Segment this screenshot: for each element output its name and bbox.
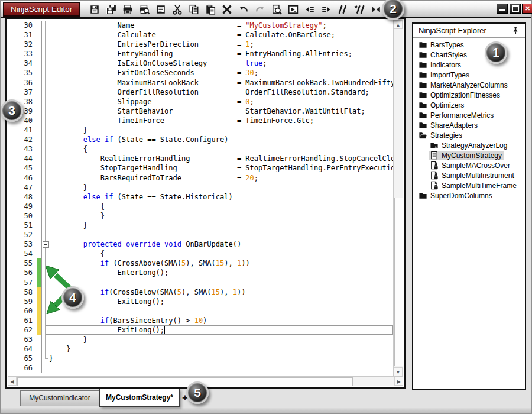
code-line-55[interactable]: 55 if (CrossAbove(SMA(5), SMA(15), 1)) bbox=[8, 258, 393, 268]
editor-tab-mycustomindicator[interactable]: MyCustomIndicator bbox=[20, 390, 99, 406]
change-bar bbox=[37, 202, 41, 211]
code-line-37[interactable]: 37 OrderFillResolution = OrderFillResolu… bbox=[8, 88, 393, 97]
line-number: 56 bbox=[8, 268, 37, 277]
code-line-65[interactable]: 65} bbox=[8, 354, 393, 363]
tree-item-strategyanalyzerlog[interactable]: StrategyAnalyzerLog bbox=[413, 140, 525, 150]
tree-item-samplemacrossover[interactable]: SampleMACrossOver bbox=[413, 160, 525, 170]
editor-tab-mycustomstrategy[interactable]: MyCustomStrategy* bbox=[99, 389, 180, 407]
code-line-60[interactable]: 60 bbox=[8, 306, 393, 316]
code-line-48[interactable]: 48 else if (State == State.Historical) bbox=[8, 192, 393, 202]
code-line-33[interactable]: 33 EntryHandling = EntryHandling.AllEntr… bbox=[8, 49, 393, 59]
scroll-right-icon[interactable]: ▶ bbox=[394, 377, 403, 386]
maximize-button[interactable] bbox=[510, 4, 521, 14]
code-line-57[interactable]: 57 bbox=[8, 278, 393, 287]
tree-item-samplemultiinstrument[interactable]: SampleMultiInstrument bbox=[413, 170, 525, 180]
code-editor[interactable]: 30 Name = "MyCustomStrategy";31 Calculat… bbox=[5, 18, 406, 389]
save-as-button[interactable] bbox=[105, 3, 117, 16]
folder-open-icon bbox=[419, 131, 427, 140]
line-number: 42 bbox=[8, 135, 37, 144]
print-button[interactable] bbox=[121, 3, 134, 16]
code-line-46[interactable]: 46 BarsRequiredToTrade = 20; bbox=[8, 173, 393, 183]
code-line-32[interactable]: 32 EntriesPerDirection = 1; bbox=[8, 40, 393, 49]
find-button[interactable] bbox=[270, 3, 283, 16]
tree-item-label: BarsTypes bbox=[430, 41, 464, 49]
collapse-icon[interactable] bbox=[43, 241, 49, 248]
code-line-44[interactable]: 44 RealtimeErrorHandling = RealtimeError… bbox=[8, 154, 393, 163]
redo-button[interactable] bbox=[254, 3, 266, 16]
fold-margin bbox=[41, 335, 49, 344]
code-line-41[interactable]: 41 } bbox=[8, 125, 393, 135]
run-console-button[interactable] bbox=[287, 3, 299, 16]
code-text: } bbox=[49, 221, 393, 230]
code-line-50[interactable]: 50 } bbox=[8, 211, 393, 221]
code-line-52[interactable]: 52 bbox=[8, 230, 393, 240]
code-line-62[interactable]: 62 ExitLong(); bbox=[8, 325, 393, 335]
tree-item-importtypes[interactable]: ImportTypes bbox=[413, 70, 525, 80]
vertical-scroll-thumb[interactable] bbox=[394, 198, 403, 366]
code-line-63[interactable]: 63 } bbox=[8, 335, 393, 344]
code-line-56[interactable]: 56 EnterLong(); bbox=[8, 268, 393, 277]
code-line-61[interactable]: 61 if(BarsSinceEntry() > 10) bbox=[8, 316, 393, 325]
print-preview-button[interactable] bbox=[138, 3, 150, 16]
code-text: } bbox=[49, 125, 393, 135]
undo-button[interactable] bbox=[237, 3, 249, 16]
comment-button[interactable] bbox=[336, 3, 349, 16]
tree-item-chartstyles[interactable]: ChartStyles bbox=[413, 50, 525, 60]
code-line-49[interactable]: 49 { bbox=[8, 202, 393, 211]
tree-item-optimizationfitnesses[interactable]: OptimizationFitnesses bbox=[413, 90, 525, 100]
paste-button[interactable] bbox=[204, 3, 216, 16]
code-line-66[interactable]: 66 bbox=[8, 363, 393, 373]
tree-item-indicators[interactable]: Indicators bbox=[413, 60, 525, 70]
pin-icon[interactable] bbox=[511, 25, 520, 39]
code-line-42[interactable]: 42 else if (State == State.Configure) bbox=[8, 135, 393, 144]
tree-item-optimizers[interactable]: Optimizers bbox=[413, 100, 525, 110]
tree-item-content: SuperDomColumns bbox=[418, 191, 495, 200]
uncomment-button[interactable] bbox=[353, 3, 365, 16]
code-line-47[interactable]: 47 } bbox=[8, 183, 393, 192]
cut-button[interactable] bbox=[171, 3, 183, 16]
code-line-36[interactable]: 36 MaximumBarsLookBack = MaximumBarsLook… bbox=[8, 78, 393, 88]
tree-item-superdomcolumns[interactable]: SuperDomColumns bbox=[413, 190, 525, 200]
scroll-left-icon[interactable]: ◀ bbox=[8, 377, 17, 386]
close-button[interactable]: ✕ bbox=[522, 4, 532, 14]
compile-button[interactable] bbox=[369, 3, 382, 16]
delete-button[interactable] bbox=[220, 3, 233, 16]
code-line-38[interactable]: 38 Slippage = 0; bbox=[8, 97, 393, 106]
tree-item-shareadapters[interactable]: ShareAdapters bbox=[413, 120, 525, 130]
fold-margin bbox=[41, 144, 49, 154]
copy-button[interactable] bbox=[187, 3, 200, 16]
code-line-43[interactable]: 43 { bbox=[8, 144, 393, 154]
code-line-35[interactable]: 35 ExitOnCloseSeconds = 30; bbox=[8, 68, 393, 77]
scroll-up-icon[interactable]: ▲ bbox=[394, 20, 403, 29]
code-line-40[interactable]: 40 TimeInForce = TimeInForce.Gtc; bbox=[8, 116, 393, 125]
code-line-64[interactable]: 64 } bbox=[8, 344, 393, 354]
vertical-scrollbar[interactable]: ▲ ▼ bbox=[393, 20, 403, 376]
horizontal-scroll-thumb[interactable] bbox=[17, 377, 353, 386]
properties-button[interactable] bbox=[154, 3, 167, 16]
code-line-54[interactable]: 54 { bbox=[8, 249, 393, 258]
tree-item-performancemetrics[interactable]: PerformanceMetrics bbox=[413, 110, 525, 120]
code-line-53[interactable]: 53 protected override void OnBarUpdate() bbox=[8, 240, 393, 249]
change-bar bbox=[37, 335, 41, 344]
indent-button[interactable] bbox=[320, 3, 332, 16]
code-text bbox=[49, 278, 393, 287]
tab-bar: MyCustomIndicatorMyCustomStrategy* + bbox=[1, 389, 531, 409]
outdent-button[interactable] bbox=[303, 3, 316, 16]
tree-item-mycustomstrategy[interactable]: MyCustomStrategy bbox=[413, 150, 525, 160]
code-line-51[interactable]: 51 } bbox=[8, 221, 393, 230]
tree-item-marketanalyzercolumns[interactable]: MarketAnalyzerColumns bbox=[413, 80, 525, 90]
code-line-34[interactable]: 34 IsExitOnCloseStrategy = true; bbox=[8, 59, 393, 68]
save-button[interactable] bbox=[88, 3, 100, 16]
tree-item-samplemultitimeframe[interactable]: SampleMultiTimeFrame bbox=[413, 180, 525, 190]
code-line-31[interactable]: 31 Calculate = Calculate.OnBarClose; bbox=[8, 30, 393, 40]
fold-margin bbox=[41, 116, 49, 125]
code-line-45[interactable]: 45 StopTargetHandling = StopTargetHandli… bbox=[8, 163, 393, 173]
tree-item-strategies[interactable]: Strategies bbox=[413, 130, 525, 140]
tree-item-barstypes[interactable]: BarsTypes bbox=[413, 40, 525, 50]
minimize-button[interactable] bbox=[497, 4, 508, 14]
code-line-30[interactable]: 30 Name = "MyCustomStrategy"; bbox=[8, 21, 393, 30]
code-text: if (CrossAbove(SMA(5), SMA(15), 1)) bbox=[49, 258, 393, 268]
code-line-39[interactable]: 39 StartBehavior = StartBehavior.WaitUnt… bbox=[8, 106, 393, 116]
scroll-down-icon[interactable]: ▼ bbox=[394, 367, 403, 376]
code-area[interactable]: 30 Name = "MyCustomStrategy";31 Calculat… bbox=[8, 21, 393, 376]
